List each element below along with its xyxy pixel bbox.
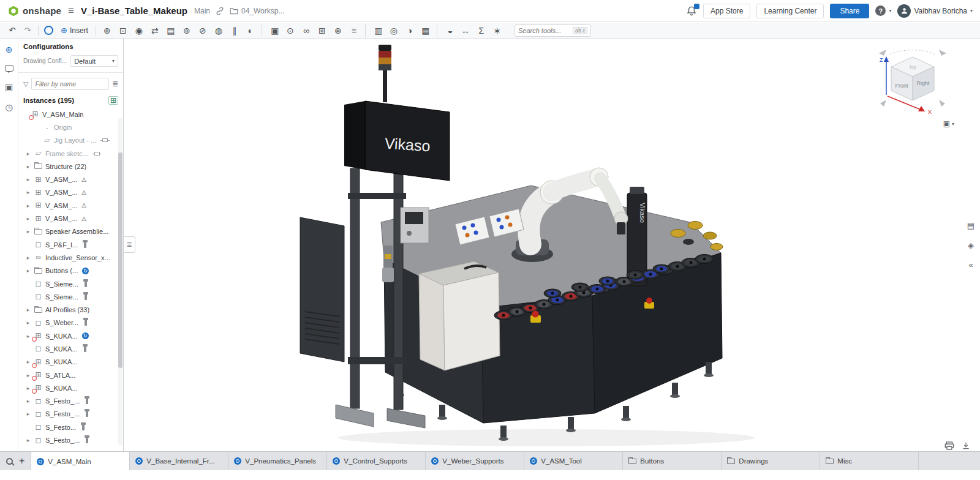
mirror-icon[interactable]: ◑: [402, 24, 418, 37]
bom-icon[interactable]: ▦: [418, 24, 434, 37]
tree-item[interactable]: S_KUKA...: [18, 342, 118, 355]
signal-tower-lamp[interactable]: [379, 45, 391, 102]
measure-icon[interactable]: ↔: [458, 24, 473, 37]
tree-item[interactable]: S_Festo...: [18, 421, 118, 433]
workspace-breadcrumb[interactable]: 04_Worksp...: [230, 7, 284, 15]
main-menu-icon[interactable]: ≡: [67, 5, 75, 17]
ball-mate-icon[interactable]: ◍: [211, 24, 227, 37]
display-states-icon[interactable]: ▤: [964, 219, 978, 231]
planar-mate-icon[interactable]: ▤: [163, 24, 179, 37]
revolute-mate-icon[interactable]: ◉: [131, 24, 147, 37]
view-menu-button[interactable]: ▣ ▾: [943, 119, 954, 128]
tree-item[interactable]: ▸ V_ASM_...: [18, 173, 118, 186]
insert-button[interactable]: ⊕ Insert: [56, 24, 92, 36]
expand-chevron-icon[interactable]: ▸: [25, 268, 31, 274]
filter-input[interactable]: [31, 78, 108, 90]
expand-chevron-icon[interactable]: ▸: [25, 372, 31, 378]
tree-item[interactable]: ▸ Al Profiles (33): [18, 303, 118, 316]
share-button[interactable]: Share: [830, 4, 869, 18]
document-tab[interactable]: V_ASM_Tool: [524, 452, 623, 470]
exploded-view-icon[interactable]: ⊛: [330, 24, 346, 37]
expand-chevron-icon[interactable]: ▸: [25, 307, 31, 313]
expand-chevron-icon[interactable]: ▸: [25, 398, 31, 404]
panel-flyout-handle[interactable]: ≣: [124, 236, 135, 253]
tree-item[interactable]: ▸ S_Festo_...: [18, 433, 118, 446]
expand-chevron-icon[interactable]: ▸: [25, 216, 31, 222]
redo-icon[interactable]: ↷: [20, 24, 35, 37]
expand-chevron-icon[interactable]: ▸: [25, 228, 31, 234]
parallel-mate-icon[interactable]: ∥: [227, 24, 243, 37]
search-tools-box[interactable]: alt c: [514, 24, 592, 37]
named-positions-icon[interactable]: ≡: [346, 24, 362, 37]
history-panel-icon[interactable]: ◷: [4, 102, 15, 112]
mate-relations-icon[interactable]: ∞: [298, 24, 314, 37]
fastened-mate-icon[interactable]: ⊡: [115, 24, 131, 37]
help-menu[interactable]: ? ▾: [875, 6, 891, 16]
linear-pattern-icon[interactable]: ▥: [365, 24, 386, 37]
pin-slot-mate-icon[interactable]: ⊘: [195, 24, 211, 37]
document-tab[interactable]: V_Control_Supports: [327, 452, 426, 470]
air-prep-unit[interactable]: [382, 246, 394, 282]
expand-chevron-icon[interactable]: ▸: [25, 176, 31, 182]
tree-item[interactable]: ▸ Inductive_Sensor_x...: [18, 251, 118, 264]
tree-item[interactable]: ▸ Frame sketc...: [18, 147, 118, 160]
configurations-icon[interactable]: ∗: [489, 24, 505, 37]
document-tab[interactable]: V_Weber_Supports: [426, 452, 524, 470]
expand-chevron-icon[interactable]: ▸: [25, 189, 31, 195]
branch-label[interactable]: Main: [194, 7, 210, 15]
link-icon[interactable]: [216, 7, 224, 15]
mass-properties-icon[interactable]: Σ: [473, 24, 489, 37]
tree-item[interactable]: ▸ S_Festo_...: [18, 395, 118, 408]
expand-chevron-icon[interactable]: ▸: [25, 437, 31, 443]
vikaso-branding-panel[interactable]: Vikaso: [344, 101, 450, 181]
tree-item[interactable]: ▸ S_Festo_...: [18, 408, 118, 421]
appearance-icon[interactable]: ◒: [437, 24, 458, 37]
expand-chevron-icon[interactable]: ▸: [25, 385, 31, 391]
config-dropdown[interactable]: Default ▾: [70, 55, 118, 67]
new-tab-button[interactable]: +: [19, 456, 24, 466]
tree-item[interactable]: S_P&F_I...: [18, 238, 118, 251]
tree-item[interactable]: ▸ S_ATLA...: [18, 369, 118, 381]
scrollbar-thumb[interactable]: [118, 152, 123, 368]
mate-connector-icon[interactable]: ⊙: [282, 24, 298, 37]
rear-door-panel[interactable]: [300, 217, 344, 362]
export-icon[interactable]: [962, 441, 970, 450]
tree-item[interactable]: Jig Layout - ...: [18, 134, 118, 147]
document-tab[interactable]: Drawings: [722, 452, 820, 470]
onshape-logo[interactable]: onshape: [7, 5, 61, 17]
expand-chevron-icon[interactable]: ▸: [25, 411, 31, 417]
expand-chevron-icon[interactable]: ▸: [25, 255, 31, 261]
search-tools-input[interactable]: [518, 27, 570, 34]
group-icon[interactable]: ▣: [262, 24, 282, 37]
expand-chevron-icon[interactable]: ▸: [25, 163, 31, 170]
view-cube[interactable]: Top Front Right Z X: [873, 43, 952, 120]
user-account-menu[interactable]: Vaibhav Boricha ▾: [897, 4, 973, 18]
tangent-mate-icon[interactable]: ◐: [243, 24, 258, 37]
mate-icon[interactable]: ⊕: [99, 24, 115, 37]
expand-chevron-icon[interactable]: ▸: [25, 203, 31, 209]
tree-item[interactable]: ▸ S_KUKA...: [18, 356, 118, 369]
tree-item[interactable]: ▸ S_KUKA...: [18, 329, 118, 342]
rotate-arc[interactable]: [890, 50, 935, 54]
slider-mate-icon[interactable]: ⇄: [147, 24, 163, 37]
open-in-new-icon[interactable]: ⊞: [108, 96, 118, 105]
mate-connectors-panel-icon[interactable]: ⊕: [4, 45, 15, 54]
tree-item[interactable]: V_ASM_Main: [18, 108, 118, 121]
named-views-icon[interactable]: ◈: [964, 239, 978, 251]
machine-assembly-render[interactable]: Vikaso: [124, 39, 980, 451]
tree-item[interactable]: ▸ S_KUKA...: [18, 381, 118, 394]
3d-viewport[interactable]: Vikaso: [124, 39, 980, 451]
tree-item[interactable]: Origin: [18, 121, 118, 133]
document-tab[interactable]: V_Base_Internal_Fr...: [130, 452, 228, 470]
comments-panel-icon[interactable]: [5, 65, 13, 72]
robot-end-effector[interactable]: [617, 222, 625, 234]
document-tab[interactable]: V_Pneumatics_Panels: [228, 452, 327, 470]
notifications-bell-icon[interactable]: [686, 6, 697, 17]
tree-item[interactable]: ▸ Structure (22): [18, 160, 118, 173]
tree-item[interactable]: ▸ Speaker Assemblie...: [18, 225, 118, 238]
tree-item[interactable]: S_Sieme...: [18, 277, 118, 290]
expand-chevron-icon[interactable]: ▸: [25, 151, 31, 157]
tree-item[interactable]: ▸ V_ASM_...: [18, 186, 118, 199]
panel-scrollbar[interactable]: [118, 118, 123, 445]
tree-item[interactable]: ▸ Buttons (...: [18, 264, 118, 277]
